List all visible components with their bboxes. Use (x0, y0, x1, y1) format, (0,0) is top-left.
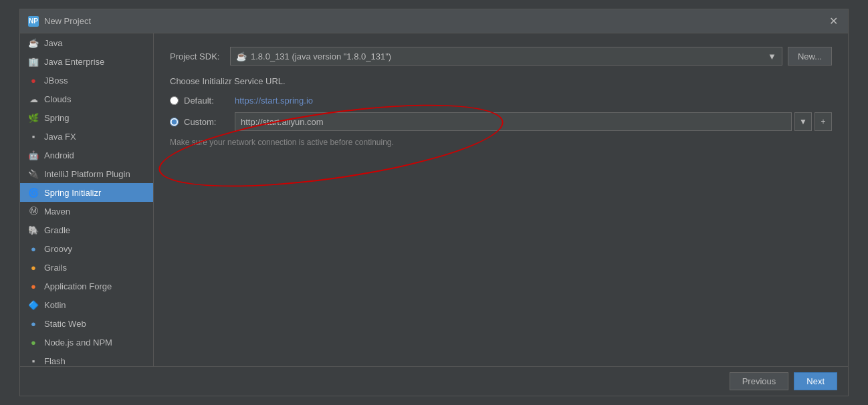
sidebar-item-label: JBoss (44, 76, 68, 86)
sidebar-item-grails[interactable]: ● Grails (20, 258, 153, 277)
dialog-footer: Previous Next (20, 366, 848, 396)
kotlin-icon: 🔷 (28, 299, 39, 310)
sidebar-item-static-web[interactable]: ● Static Web (20, 314, 153, 333)
sidebar-item-intellij-platform[interactable]: 🔌 IntelliJ Platform Plugin (20, 164, 153, 183)
url-add-button[interactable]: + (815, 112, 832, 131)
default-radio-row: Default: https://start.spring.io (170, 96, 832, 106)
android-icon: 🤖 (28, 150, 39, 160)
sidebar-item-nodejs-npm[interactable]: ● Node.js and NPM (20, 333, 153, 352)
spring-icon: 🌿 (28, 112, 39, 123)
sidebar: ☕ Java 🏢 Java Enterprise ● JBoss ☁ Cloud… (20, 33, 154, 366)
custom-radio-row: Custom: ▼ + (170, 112, 832, 131)
groovy-icon: ● (28, 243, 39, 254)
sidebar-item-label: Spring (44, 113, 70, 123)
spring-initializr-icon: 🌀 (28, 187, 39, 198)
dialog-body: ☕ Java 🏢 Java Enterprise ● JBoss ☁ Cloud… (20, 33, 848, 366)
sdk-label: Project SDK: (170, 51, 230, 61)
sdk-select[interactable]: ☕ 1.8.0_131 (java version "1.8.0_131") ▼ (230, 47, 782, 65)
default-radio-input[interactable] (170, 96, 179, 105)
sidebar-item-android[interactable]: 🤖 Android (20, 146, 153, 164)
sidebar-item-label: Node.js and NPM (44, 338, 112, 348)
sidebar-item-label: Java Enterprise (44, 57, 104, 67)
sidebar-item-label: Java (44, 38, 62, 48)
default-radio-label[interactable]: Default: (184, 96, 229, 106)
static-web-icon: ● (28, 318, 39, 329)
sidebar-item-label: Application Forge (44, 281, 112, 291)
javafx-icon: ▪ (28, 131, 39, 142)
custom-url-wrapper: ▼ + (235, 112, 832, 131)
maven-icon: Ⓜ (28, 206, 39, 217)
new-sdk-button[interactable]: New... (788, 47, 832, 65)
sidebar-item-spring[interactable]: 🌿 Spring (20, 108, 153, 127)
sidebar-item-label: Static Web (44, 319, 86, 329)
jboss-icon: ● (28, 75, 39, 86)
url-dropdown-button[interactable]: ▼ (794, 112, 812, 131)
choose-service-label: Choose Initializr Service URL. (170, 76, 832, 86)
close-button[interactable]: ✕ (827, 15, 840, 28)
sidebar-item-label: Android (44, 150, 74, 160)
sidebar-item-javafx[interactable]: ▪ Java FX (20, 127, 153, 146)
sidebar-item-label: Java FX (44, 132, 76, 142)
dialog-title: New Project (44, 16, 91, 26)
sidebar-item-application-forge[interactable]: ● Application Forge (20, 277, 153, 295)
java-icon: ☕ (28, 37, 39, 48)
custom-url-input[interactable] (235, 112, 792, 131)
previous-button[interactable]: Previous (730, 372, 789, 390)
custom-radio-input[interactable] (170, 118, 179, 126)
sidebar-item-label: IntelliJ Platform Plugin (44, 169, 130, 179)
grails-icon: ● (28, 262, 39, 273)
default-url-value: https://start.spring.io (235, 96, 313, 106)
sidebar-item-label: Grails (44, 263, 67, 273)
sidebar-item-label: Clouds (44, 94, 71, 104)
sidebar-item-clouds[interactable]: ☁ Clouds (20, 90, 153, 108)
sidebar-item-flash[interactable]: ▪ Flash (20, 352, 153, 366)
java-enterprise-icon: 🏢 (28, 56, 39, 67)
sidebar-item-label: Kotlin (44, 300, 66, 310)
next-button[interactable]: Next (794, 372, 837, 390)
intellij-icon: 🔌 (28, 168, 39, 179)
sidebar-item-java-enterprise[interactable]: 🏢 Java Enterprise (20, 52, 153, 71)
sidebar-item-label: Flash (44, 356, 66, 366)
sdk-select-wrapper: ☕ 1.8.0_131 (java version "1.8.0_131") ▼… (230, 47, 832, 65)
sidebar-item-jboss[interactable]: ● JBoss (20, 71, 153, 90)
sdk-value: 1.8.0_131 (java version "1.8.0_131") (251, 51, 391, 61)
sidebar-item-label: Maven (44, 207, 70, 217)
sidebar-item-java[interactable]: ☕ Java (20, 33, 153, 52)
sidebar-item-maven[interactable]: Ⓜ Maven (20, 202, 153, 221)
clouds-icon: ☁ (28, 94, 39, 104)
sidebar-item-kotlin[interactable]: 🔷 Kotlin (20, 295, 153, 314)
gradle-icon: 🐘 (28, 225, 39, 235)
sdk-dropdown-icon: ▼ (768, 51, 776, 61)
network-notice: Make sure your network connection is act… (170, 138, 832, 147)
flash-icon: ▪ (28, 356, 39, 366)
nodejs-icon: ● (28, 337, 39, 348)
main-content: Project SDK: ☕ 1.8.0_131 (java version "… (154, 33, 848, 366)
sdk-row: Project SDK: ☕ 1.8.0_131 (java version "… (170, 47, 832, 65)
dialog-titlebar: NP New Project ✕ (20, 9, 848, 33)
sidebar-item-label: Spring Initializr (44, 188, 101, 198)
sdk-select-text: ☕ 1.8.0_131 (java version "1.8.0_131") (236, 51, 391, 61)
sidebar-item-groovy[interactable]: ● Groovy (20, 239, 153, 258)
dialog-icon: NP (28, 16, 39, 27)
sidebar-item-label: Gradle (44, 225, 70, 235)
sidebar-item-gradle[interactable]: 🐘 Gradle (20, 221, 153, 239)
application-forge-icon: ● (28, 281, 39, 291)
sidebar-item-spring-initializr[interactable]: 🌀 Spring Initializr (20, 183, 153, 202)
new-project-dialog: NP New Project ✕ ☕ Java 🏢 Java Enterpris… (19, 9, 849, 396)
custom-radio-label[interactable]: Custom: (184, 117, 229, 127)
sidebar-item-label: Groovy (44, 244, 72, 254)
sdk-icon: ☕ (236, 51, 247, 61)
